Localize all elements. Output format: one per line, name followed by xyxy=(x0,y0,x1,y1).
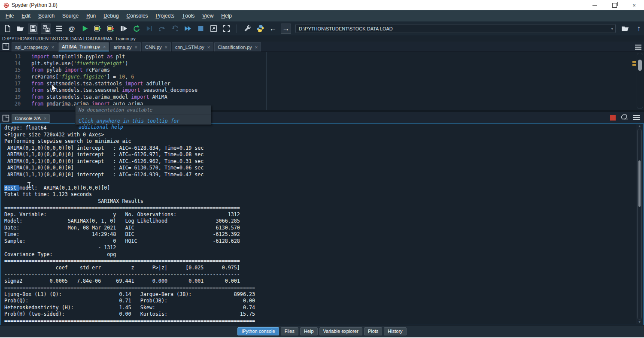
code-line: 18from statsmodels.tsa.seasonal import s… xyxy=(0,87,197,94)
run-icon[interactable] xyxy=(79,24,90,34)
menu-edit[interactable]: Edit xyxy=(18,10,34,21)
line-number: 19 xyxy=(0,94,21,101)
save-all-icon[interactable] xyxy=(41,24,51,34)
run-selection-icon[interactable] xyxy=(118,24,128,34)
eraser-icon[interactable] xyxy=(621,114,628,121)
python-path-icon[interactable] xyxy=(255,24,265,34)
interrupt-kernel-icon[interactable] xyxy=(610,115,616,121)
dock-tab-files[interactable]: Files xyxy=(281,327,298,335)
menu-help[interactable]: Help xyxy=(217,10,236,21)
scroll-down-icon[interactable]: ▼ xyxy=(636,320,643,324)
run-cell-icon[interactable] xyxy=(92,24,103,34)
scroll-up-icon[interactable]: ▲ xyxy=(636,124,643,128)
save-icon[interactable] xyxy=(28,24,38,34)
close-button[interactable]: × xyxy=(624,0,644,10)
spyder-logo-icon xyxy=(3,3,9,8)
editor-scrollbar[interactable] xyxy=(637,53,643,109)
tab-close-icon[interactable]: × xyxy=(207,45,210,50)
rerun-last-icon[interactable] xyxy=(131,24,141,34)
console-pane-icon[interactable] xyxy=(2,115,9,122)
editor-tab-arima-trainin-py[interactable]: ARIMA_Trainin.py× xyxy=(58,42,109,51)
line-number: 17 xyxy=(0,81,21,88)
console-line: Prob(H) (two-sided): 0.00 Kurtosis: 15.7… xyxy=(4,311,635,318)
menu-source[interactable]: Source xyxy=(58,10,82,21)
editor-tab-classification-py[interactable]: Classification.py× xyxy=(214,42,261,51)
console-line: Model: SARIMAX(0, 1, 0) Log Likelihood 3… xyxy=(4,218,635,225)
open-file-icon[interactable] xyxy=(15,24,25,34)
tab-label: ARIMA_Trainin.py xyxy=(62,44,100,49)
tab-close-icon[interactable]: × xyxy=(135,45,137,50)
minimize-button[interactable] xyxy=(585,0,605,10)
dock-tab-ipython-console[interactable]: IPython console xyxy=(237,327,279,335)
tooltip-help-link[interactable]: Click anywhere in this tooltip for addit… xyxy=(76,115,211,130)
console-tab[interactable]: Console 2/A × xyxy=(12,114,50,123)
editor-tab-cnn-lstm-py[interactable]: cnn_LSTM.py× xyxy=(172,42,213,51)
editor-tab-api-scrapper-py[interactable]: api_scrapper.py× xyxy=(12,42,58,51)
debug-icon[interactable] xyxy=(144,24,154,34)
console-scrollbar-thumb[interactable] xyxy=(638,160,641,207)
browse-directory-icon[interactable] xyxy=(620,24,630,34)
warning-marker-icon[interactable] xyxy=(632,61,636,63)
menu-consoles[interactable]: Consoles xyxy=(123,10,152,21)
menu-debug[interactable]: Debug xyxy=(100,10,122,21)
tab-close-icon[interactable]: × xyxy=(44,116,46,121)
code-line: 14plt.style.use('fivethirtyeight') xyxy=(0,60,197,67)
restore-button[interactable] xyxy=(605,0,624,10)
find-symbols-icon[interactable]: @ xyxy=(67,24,77,34)
window-title: Spyder (Python 3.8) xyxy=(12,2,58,8)
menu-view[interactable]: View xyxy=(198,10,217,21)
menu-run[interactable]: Run xyxy=(82,10,100,21)
editor-tab-cnn-py[interactable]: CNN.py× xyxy=(142,42,171,51)
tab-close-icon[interactable]: × xyxy=(255,45,258,50)
menu-tools[interactable]: Tools xyxy=(178,10,198,21)
console-scroll-track[interactable] xyxy=(637,129,642,320)
console-output[interactable]: dtype: float64<Figure size 720x432 with … xyxy=(0,123,644,325)
window-controls: × xyxy=(585,0,644,10)
code-editor[interactable]: 13import matplotlib.pyplot as plt14plt.s… xyxy=(0,52,644,110)
code-lines: 13import matplotlib.pyplot as plt14plt.s… xyxy=(0,54,197,108)
tab-close-icon[interactable]: × xyxy=(103,44,106,49)
outline-explorer-icon[interactable] xyxy=(54,24,64,34)
line-number: 15 xyxy=(0,67,21,74)
rerun-cell-icon[interactable] xyxy=(105,24,115,34)
forward-icon[interactable]: → xyxy=(281,24,291,34)
dock-tab-plots[interactable]: Plots xyxy=(364,327,382,335)
warning-marker-icon[interactable] xyxy=(632,64,636,66)
console-scrollbar[interactable]: ▲ ▼ xyxy=(636,124,643,324)
step-into-icon[interactable] xyxy=(170,24,180,34)
menu-search[interactable]: Search xyxy=(34,10,58,21)
console-line: ARIMA(0,1,0)(0,0,0)[0] : AIC=-6130.570, … xyxy=(4,165,635,172)
code-line: 17from statsmodels.tsa.stattools import … xyxy=(0,81,197,88)
back-icon[interactable]: ← xyxy=(268,24,278,34)
tab-label: arima.py xyxy=(113,45,131,50)
tab-close-icon[interactable]: × xyxy=(165,45,167,50)
menu-file[interactable]: File xyxy=(2,10,18,21)
working-directory-input[interactable]: D:\PYTHON\STUDENT\STOCK DATA LOAD ▾ xyxy=(295,24,616,33)
editor-tab-arima-py[interactable]: arima.py× xyxy=(110,42,141,51)
step-over-icon[interactable] xyxy=(157,24,167,34)
console-menu-icon[interactable] xyxy=(633,115,640,120)
fullscreen-icon[interactable] xyxy=(221,24,231,34)
preferences-icon[interactable] xyxy=(242,24,252,34)
console-line: ARIMA(0,1,1)(0,0,0)[0] intercept : AIC=-… xyxy=(4,158,635,165)
menu-projects[interactable]: Projects xyxy=(152,10,178,21)
dock-tab-history[interactable]: History xyxy=(384,327,406,335)
stop-icon[interactable] xyxy=(195,24,206,34)
chevron-down-icon[interactable]: ▾ xyxy=(611,27,615,31)
console-line: Covariance Type: opg xyxy=(4,251,635,258)
documentation-tooltip[interactable]: No documentation available Click anywher… xyxy=(75,105,211,125)
continue-icon[interactable] xyxy=(182,24,193,34)
dock-tab-help[interactable]: Help xyxy=(300,327,318,335)
console-line xyxy=(4,178,635,185)
maximize-pane-icon[interactable] xyxy=(208,24,219,34)
editor-pane-icon[interactable] xyxy=(2,43,9,50)
tab-close-icon[interactable]: × xyxy=(52,45,54,50)
console-line: Ljung-Box (L1) (Q): 0.14 Jarque-Bera (JB… xyxy=(4,291,635,298)
dock-tab-variable-explorer[interactable]: Variable explorer xyxy=(319,327,362,335)
parent-directory-icon[interactable]: ↑ xyxy=(634,24,644,34)
titlebar: Spyder (Python 3.8) × xyxy=(0,0,644,10)
new-file-icon[interactable] xyxy=(2,24,12,34)
editor-scrollbar-thumb[interactable] xyxy=(638,60,642,71)
browse-tabs-icon[interactable] xyxy=(635,45,641,50)
console-line: <Figure size 720x432 with 0 Axes> xyxy=(4,132,635,139)
